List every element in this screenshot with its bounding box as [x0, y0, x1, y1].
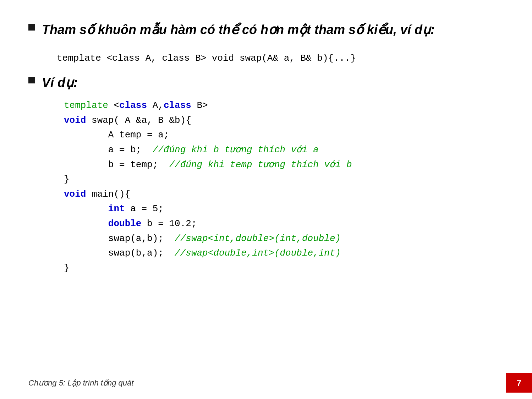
code-line: swap(a,b); //swap<int,double>(int,double…	[64, 231, 504, 246]
page-number: 7	[506, 373, 532, 393]
bullet-square-2	[28, 77, 35, 83]
code-line: }	[64, 261, 504, 276]
code-line: template <class A,class B>	[64, 98, 504, 113]
code-line: int a = 5;	[64, 202, 504, 217]
bullet-square-1	[28, 24, 35, 31]
bullet-text-1: Tham số khuôn mẫu hàm có thể có hơn một …	[42, 21, 435, 39]
bullet-item-1: Tham số khuôn mẫu hàm có thể có hơn một …	[28, 21, 504, 39]
code-line: void swap( A &a, B &b){	[64, 113, 504, 128]
code-line: double b = 10.2;	[64, 217, 504, 231]
bullet-text-2: Ví dụ:	[42, 74, 78, 92]
footer: Chương 5: Lập trình tổng quát 7	[0, 367, 532, 399]
code-simple: template <class A, class B> void swap(A&…	[57, 53, 504, 64]
bullet-item-2: Ví dụ:	[28, 74, 504, 92]
code-line: a = b; //đúng khi b tương thích với a	[64, 143, 504, 158]
footer-text: Chương 5: Lập trình tổng quát	[28, 378, 133, 388]
code-block: template <class A,class B>void swap( A &…	[64, 98, 504, 275]
code-line: void main(){	[64, 187, 504, 202]
code-line: b = temp; //đúng khi temp tương thích vớ…	[64, 158, 504, 173]
code-line: }	[64, 172, 504, 187]
code-line: A temp = a;	[64, 128, 504, 143]
code-line: swap(b,a); //swap<double,int>(double,int…	[64, 246, 504, 261]
slide-content: Tham số khuôn mẫu hàm có thể có hơn một …	[0, 0, 532, 399]
